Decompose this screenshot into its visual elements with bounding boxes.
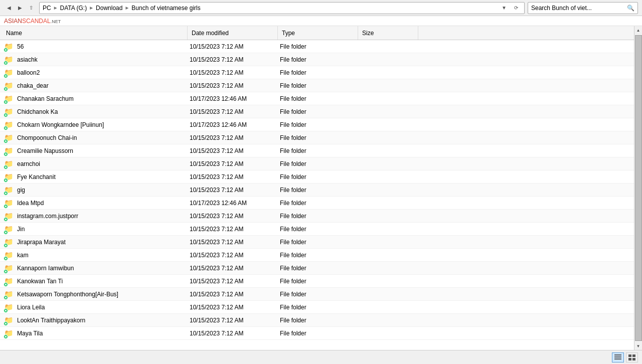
lock-dot	[4, 217, 8, 222]
file-row[interactable]: 📁 Chidchanok Ka 10/15/2023 7:12 AM File …	[0, 105, 642, 118]
file-row[interactable]: 📁 Fye Kanchanit 10/15/2023 7:12 AM File …	[0, 170, 642, 184]
file-date: 10/15/2023 7:12 AM	[186, 330, 276, 337]
folder-icon-wrap: 📁	[4, 328, 14, 338]
file-row[interactable]: 📁 asiachk 10/15/2023 7:12 AM File folder	[0, 53, 642, 66]
refresh-btn[interactable]: ⟳	[511, 3, 521, 13]
file-type: File folder	[276, 278, 356, 285]
file-type: File folder	[276, 265, 356, 272]
col-header-size[interactable]: Size	[358, 26, 418, 40]
file-row[interactable]: 📁 Jin 10/15/2023 7:12 AM File folder	[0, 223, 642, 236]
scroll-down-arrow[interactable]: ▼	[634, 342, 643, 350]
lock-dot	[4, 126, 8, 130]
file-row[interactable]: 📁 Idea Mtpd 10/17/2023 12:46 AM File fol…	[0, 197, 642, 210]
svg-rect-1	[614, 356, 621, 357]
back-button[interactable]: ◀	[4, 3, 14, 13]
file-date: 10/17/2023 12:46 AM	[186, 95, 276, 102]
up-button[interactable]: ⇧	[26, 3, 36, 13]
file-type: File folder	[276, 226, 356, 233]
folder-icon-wrap: 📁	[4, 107, 14, 117]
scroll-thumb[interactable]	[635, 35, 642, 341]
col-header-date[interactable]: Date modified	[188, 26, 278, 40]
folder-icon-wrap: 📁	[4, 237, 14, 247]
search-input[interactable]	[531, 5, 627, 12]
file-name: Chompoonuch Chai-in	[17, 134, 77, 141]
file-row[interactable]: 📁 kam 10/15/2023 7:12 AM File folder	[0, 249, 642, 262]
file-row[interactable]: 📁 Kannaporn Iamwibun 10/15/2023 7:12 AM …	[0, 262, 642, 275]
file-name: Kannaporn Iamwibun	[17, 265, 74, 272]
file-name: Chidchanok Ka	[17, 108, 58, 115]
breadcrumb-dropdown-btn[interactable]: ▼	[499, 3, 509, 13]
file-name-cell: 📁 asiachk	[0, 55, 186, 65]
file-row[interactable]: 📁 Creamilie Napussorn 10/15/2023 7:12 AM…	[0, 144, 642, 157]
file-date: 10/15/2023 7:12 AM	[186, 239, 276, 246]
file-row[interactable]: 📁 Ketsawaporn Tongphonthong[Air-Bus] 10/…	[0, 288, 642, 301]
svg-rect-5	[628, 358, 631, 360]
scroll-up-arrow[interactable]: ▲	[634, 26, 643, 34]
file-type: File folder	[276, 330, 356, 337]
file-row[interactable]: 📁 instagram.com.justporr 10/15/2023 7:12…	[0, 210, 642, 223]
file-type: File folder	[276, 134, 356, 141]
file-name-cell: 📁 kam	[0, 250, 186, 260]
file-row[interactable]: 📁 Liora Leila 10/15/2023 7:12 AM File fo…	[0, 301, 642, 314]
lock-dot	[4, 191, 8, 196]
file-date: 10/15/2023 7:12 AM	[186, 304, 276, 311]
file-type: File folder	[276, 108, 356, 115]
svg-rect-3	[628, 354, 631, 357]
breadcrumb-data[interactable]: DATA (G:)	[60, 5, 87, 12]
file-name: Kanokwan Tan Ti	[17, 278, 63, 285]
svg-rect-6	[632, 358, 635, 360]
breadcrumb-download[interactable]: Download	[96, 5, 122, 12]
file-date: 10/15/2023 7:12 AM	[186, 56, 276, 63]
file-row[interactable]: 📁 chaka_dear 10/15/2023 7:12 AM File fol…	[0, 79, 642, 92]
file-row[interactable]: 📁 Chanakan Sarachum 10/17/2023 12:46 AM …	[0, 92, 642, 105]
file-name: 56	[17, 43, 24, 50]
folder-icon-wrap: 📁	[4, 315, 14, 325]
lock-dot	[4, 178, 8, 183]
breadcrumb-pc[interactable]: PC	[43, 5, 51, 12]
file-name: Liora Leila	[17, 304, 45, 311]
file-name: balloon2	[17, 69, 40, 76]
file-row[interactable]: 📁 gig 10/15/2023 7:12 AM File folder	[0, 184, 642, 197]
file-type: File folder	[276, 121, 356, 128]
lock-dot	[4, 165, 8, 169]
col-header-name[interactable]: Name	[2, 26, 188, 40]
file-name-cell: 📁 chaka_dear	[0, 81, 186, 91]
lock-dot	[4, 204, 8, 209]
file-row[interactable]: 📁 LooktAn Traithippayakorn 10/15/2023 7:…	[0, 314, 642, 327]
logo-net: .NET	[51, 19, 61, 24]
file-name: Creamilie Napussorn	[17, 147, 73, 154]
file-name-cell: 📁 instagram.com.justporr	[0, 211, 186, 221]
file-date: 10/15/2023 7:12 AM	[186, 317, 276, 324]
file-row[interactable]: 📁 balloon2 10/15/2023 7:12 AM File folde…	[0, 66, 642, 79]
file-date: 10/15/2023 7:12 AM	[186, 252, 276, 259]
file-row[interactable]: 📁 Jiraprapa Marayat 10/15/2023 7:12 AM F…	[0, 236, 642, 249]
file-date: 10/15/2023 7:12 AM	[186, 160, 276, 167]
file-row[interactable]: 📁 earnchoi 10/15/2023 7:12 AM File folde…	[0, 157, 642, 170]
folder-icon-wrap: 📁	[4, 172, 14, 182]
search-icon[interactable]: 🔍	[627, 5, 634, 12]
right-scrollbar[interactable]: ▲ ▼	[634, 26, 642, 350]
view-large-button[interactable]	[626, 352, 638, 362]
folder-icon-wrap: 📁	[4, 211, 14, 221]
file-type: File folder	[276, 56, 356, 63]
breadcrumb-dropdown: ▼ ⟳	[499, 3, 521, 13]
file-row[interactable]: 📁 Kanokwan Tan Ti 10/15/2023 7:12 AM Fil…	[0, 275, 642, 288]
lock-dot	[4, 269, 8, 274]
file-row[interactable]: 📁 Chompoonuch Chai-in 10/15/2023 7:12 AM…	[0, 131, 642, 144]
file-name: earnchoi	[17, 160, 40, 167]
file-name: Fye Kanchanit	[17, 173, 56, 180]
folder-icon-wrap: 📁	[4, 42, 14, 52]
forward-button[interactable]: ▶	[15, 3, 25, 13]
file-row[interactable]: 📁 Maya Tila 10/15/2023 7:12 AM File fold…	[0, 327, 642, 340]
lock-dot	[4, 295, 8, 300]
file-row[interactable]: 📁 56 10/15/2023 7:12 AM File folder	[0, 40, 642, 53]
file-row[interactable]: 📁 Chokarn Wongkarndee [Puiinun] 10/17/20…	[0, 118, 642, 131]
col-header-type[interactable]: Type	[278, 26, 358, 40]
logo-bar: ASIANSCANDAL.NET	[0, 16, 642, 26]
lock-dot	[4, 48, 8, 52]
folder-icon-wrap: 📁	[4, 185, 14, 195]
view-details-button[interactable]	[612, 352, 624, 362]
file-name: Maya Tila	[17, 330, 43, 337]
breadcrumb-current: Bunch of vietnamese girls	[131, 5, 200, 12]
svg-rect-4	[632, 354, 635, 357]
